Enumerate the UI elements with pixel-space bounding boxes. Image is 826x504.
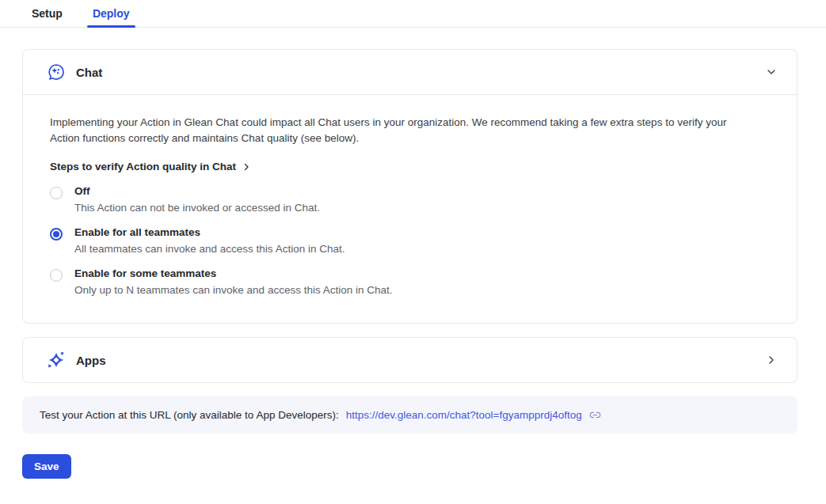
tab-setup[interactable]: Setup xyxy=(32,0,63,27)
apps-glean-logo-icon xyxy=(47,351,66,369)
radio-button-off[interactable] xyxy=(50,187,63,199)
apps-section-title: Apps xyxy=(76,354,106,367)
chat-section-card: Chat Implementing your Action in Glean C… xyxy=(22,49,797,324)
chevron-right-icon[interactable] xyxy=(765,354,778,366)
radio-option-label: Enable for all teammates xyxy=(74,226,344,239)
radio-option-enable-all-teammates[interactable]: Enable for all teammates All teammates c… xyxy=(50,226,770,256)
test-url-label: Test your Action at this URL (only avail… xyxy=(40,409,339,421)
link-icon[interactable] xyxy=(589,409,601,421)
apps-section-header[interactable]: Apps xyxy=(23,338,797,382)
test-url-banner: Test your Action at this URL (only avail… xyxy=(22,396,797,434)
chat-access-radio-group: Off This Action can not be invoked or ac… xyxy=(50,185,770,297)
steps-to-verify-link[interactable]: Steps to verify Action quality in Chat xyxy=(50,161,251,172)
tab-bar: Setup Deploy xyxy=(0,0,826,28)
radio-button-enable-all[interactable] xyxy=(50,228,63,241)
page-content: Chat Implementing your Action in Glean C… xyxy=(22,49,797,479)
chat-section-body: Implementing your Action in Glean Chat c… xyxy=(23,94,797,323)
radio-option-description: Only up to N teammates can invoke and ac… xyxy=(74,284,392,297)
save-button[interactable]: Save xyxy=(22,454,71,479)
radio-option-label: Enable for some teammates xyxy=(74,267,392,280)
test-url-link[interactable]: https://dev.glean.com/chat?tool=fgyamppr… xyxy=(346,409,582,421)
radio-button-enable-some[interactable] xyxy=(50,269,63,282)
radio-option-description: All teammates can invoke and access this… xyxy=(74,243,344,256)
chat-section-header[interactable]: Chat xyxy=(23,50,797,94)
radio-option-label: Off xyxy=(74,185,320,198)
radio-option-off[interactable]: Off This Action can not be invoked or ac… xyxy=(50,185,770,214)
tab-deploy[interactable]: Deploy xyxy=(93,0,130,27)
radio-option-description: This Action can not be invoked or access… xyxy=(74,202,320,214)
chat-description: Implementing your Action in Glean Chat c… xyxy=(50,115,748,146)
chevron-right-small-icon xyxy=(242,162,251,172)
chat-section-title: Chat xyxy=(76,66,102,79)
radio-option-enable-some-teammates[interactable]: Enable for some teammates Only up to N t… xyxy=(50,267,770,297)
chat-sparkle-icon xyxy=(47,63,66,81)
chevron-down-icon[interactable] xyxy=(765,66,778,78)
steps-link-label: Steps to verify Action quality in Chat xyxy=(50,161,236,172)
apps-section-card: Apps xyxy=(22,337,797,383)
